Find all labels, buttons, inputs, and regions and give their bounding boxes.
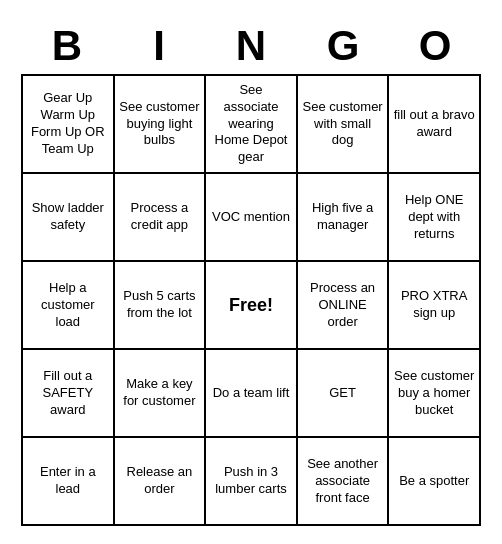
bingo-cell-4[interactable]: fill out a bravo award	[389, 76, 481, 174]
bingo-cell-6[interactable]: Process a credit app	[115, 174, 207, 262]
bingo-cell-5[interactable]: Show ladder safety	[23, 174, 115, 262]
bingo-cell-13[interactable]: Process an ONLINE order	[298, 262, 390, 350]
bingo-grid: Gear Up Warm Up Form Up OR Team UpSee cu…	[21, 74, 481, 526]
bingo-letter: I	[113, 18, 205, 74]
bingo-cell-11[interactable]: Push 5 carts from the lot	[115, 262, 207, 350]
bingo-cell-24[interactable]: Be a spotter	[389, 438, 481, 526]
bingo-cell-20[interactable]: Enter in a lead	[23, 438, 115, 526]
bingo-cell-0[interactable]: Gear Up Warm Up Form Up OR Team Up	[23, 76, 115, 174]
bingo-cell-15[interactable]: Fill out a SAFETY award	[23, 350, 115, 438]
bingo-cell-2[interactable]: See associate wearing Home Depot gear	[206, 76, 298, 174]
bingo-cell-7[interactable]: VOC mention	[206, 174, 298, 262]
bingo-cell-8[interactable]: High five a manager	[298, 174, 390, 262]
bingo-cell-23[interactable]: See another associate front face	[298, 438, 390, 526]
bingo-cell-17[interactable]: Do a team lift	[206, 350, 298, 438]
bingo-letter: N	[205, 18, 297, 74]
bingo-cell-18[interactable]: GET	[298, 350, 390, 438]
bingo-letter: O	[389, 18, 481, 74]
bingo-cell-22[interactable]: Push in 3 lumber carts	[206, 438, 298, 526]
bingo-cell-14[interactable]: PRO XTRA sign up	[389, 262, 481, 350]
bingo-letter: G	[297, 18, 389, 74]
bingo-card: BINGO Gear Up Warm Up Form Up OR Team Up…	[11, 8, 491, 536]
bingo-letter: B	[21, 18, 113, 74]
bingo-cell-1[interactable]: See customer buying light bulbs	[115, 76, 207, 174]
bingo-cell-3[interactable]: See customer with small dog	[298, 76, 390, 174]
bingo-cell-19[interactable]: See customer buy a homer bucket	[389, 350, 481, 438]
bingo-header: BINGO	[21, 18, 481, 74]
bingo-cell-10[interactable]: Help a customer load	[23, 262, 115, 350]
bingo-cell-12[interactable]: Free!	[206, 262, 298, 350]
bingo-cell-21[interactable]: Release an order	[115, 438, 207, 526]
bingo-cell-9[interactable]: Help ONE dept with returns	[389, 174, 481, 262]
bingo-cell-16[interactable]: Make a key for customer	[115, 350, 207, 438]
